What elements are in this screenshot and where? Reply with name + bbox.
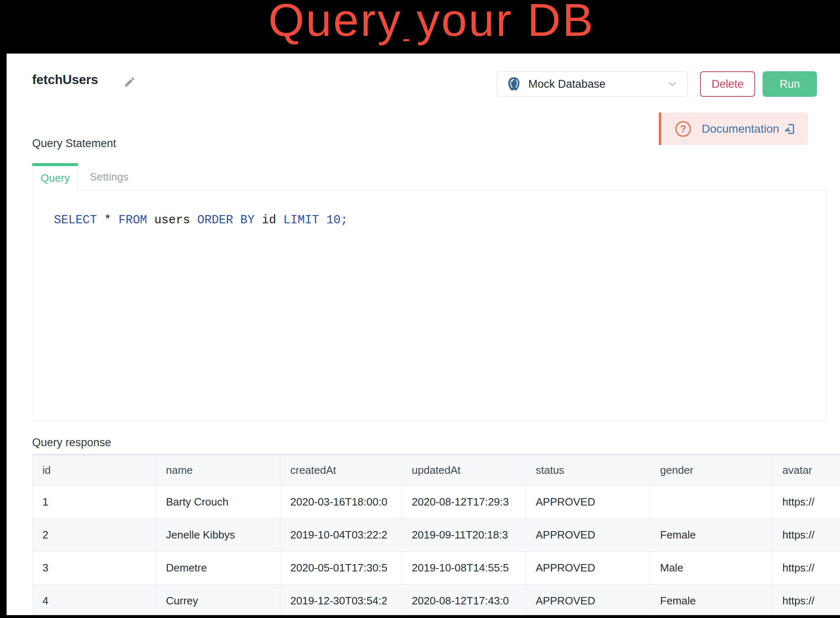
table-cell: 1 [33, 486, 156, 519]
table-cell: APPROVED [526, 552, 650, 585]
table-cell: Male [650, 552, 772, 585]
tab-query[interactable]: Query [32, 163, 78, 190]
documentation-link[interactable]: ? Documentation [661, 112, 808, 145]
chevron-down-icon [667, 78, 678, 90]
table-row: 1 Barty Crouch 2020-03-16T18:00:0 2020-0… [33, 486, 840, 519]
query-response-table: id name createdAt updatedAt status gende… [32, 454, 840, 615]
top-banner: Query your DB [0, 0, 840, 54]
pencil-icon [124, 76, 136, 88]
sql-token: * [97, 213, 118, 227]
table-cell: 3 [33, 552, 156, 585]
tab-settings[interactable]: Settings [78, 163, 138, 190]
table-cell: APPROVED [526, 519, 650, 552]
table-cell: Barty Crouch [156, 486, 280, 519]
delete-button[interactable]: Delete [700, 71, 755, 97]
postgresql-icon [506, 76, 522, 92]
table-cell [650, 486, 772, 519]
help-glyph: ? [680, 123, 686, 135]
database-selector-value: Mock Database [528, 78, 667, 91]
database-selector[interactable]: Mock Database [497, 71, 688, 97]
table-row: 2 Jenelle Kibbys 2019-10-04T03:22:2 2019… [33, 519, 840, 552]
sql-token: id [254, 213, 283, 227]
sql-token [319, 213, 326, 227]
app-root: Query your DB fetchUsers Mock Database D… [0, 0, 840, 618]
sql-token: SELECT [54, 213, 97, 227]
header-cell-id: id [33, 455, 156, 486]
table-row: 4 Currey 2019-12-30T03:54:2 2020-08-12T1… [33, 585, 840, 616]
query-response-label: Query response [32, 436, 111, 449]
table-cell: https:// [772, 552, 840, 585]
header-cell-avatar: avatar [772, 455, 840, 486]
table-cell: https:// [772, 519, 840, 552]
edit-name-button[interactable] [124, 76, 136, 88]
documentation-label: Documentation [702, 122, 779, 136]
table-cell: 2020-08-12T17:43:0 [402, 585, 526, 616]
query-statement-label: Query Statement [32, 137, 116, 150]
table-cell: https:// [772, 486, 840, 519]
table-cell: https:// [772, 585, 840, 616]
page-title: Query your DB [12, 0, 840, 45]
header-cell-name: name [156, 455, 280, 486]
table-cell: Currey [156, 585, 280, 616]
header-cell-createdAt: createdAt [280, 455, 402, 486]
sql-editor[interactable]: SELECT * FROM users ORDER BY id LIMIT 10… [32, 190, 827, 421]
help-icon: ? [675, 121, 691, 137]
table-cell: 2019-12-30T03:54:2 [280, 585, 402, 616]
sql-token: users [147, 213, 197, 227]
results-table: id name createdAt updatedAt status gende… [32, 454, 840, 615]
table-cell: 2 [33, 519, 156, 552]
sql-token: 10; [326, 213, 348, 227]
sql-token: LIMIT [283, 213, 319, 227]
table-cell: Demetre [156, 552, 280, 585]
query-panel: fetchUsers Mock Database Delete Run ? [7, 54, 840, 615]
table-header-row: id name createdAt updatedAt status gende… [33, 455, 840, 486]
table-cell: 2019-10-04T03:22:2 [280, 519, 402, 552]
query-name: fetchUsers [32, 72, 98, 88]
header-cell-gender: gender [650, 455, 772, 486]
table-cell: 2019-09-11T20:18:3 [402, 519, 526, 552]
cursor-artifact [403, 39, 409, 41]
external-doc-icon [783, 123, 796, 135]
table-row: 3 Demetre 2020-05-01T17:30:5 2019-10-08T… [33, 552, 840, 585]
table-cell: Female [650, 519, 772, 552]
table-cell: 2019-10-08T14:55:5 [402, 552, 526, 585]
table-cell: 2020-05-01T17:30:5 [280, 552, 402, 585]
table-cell: APPROVED [526, 486, 650, 519]
sql-token: FROM [119, 213, 147, 227]
header-cell-status: status [526, 455, 650, 486]
table-cell: 2020-03-16T18:00:0 [280, 486, 402, 519]
table-cell: Jenelle Kibbys [156, 519, 280, 552]
table-cell: 2020-08-12T17:29:3 [402, 486, 526, 519]
sql-token: ORDER BY [197, 213, 254, 227]
table-cell: APPROVED [526, 585, 650, 616]
table-cell: Female [650, 585, 772, 616]
run-button[interactable]: Run [763, 71, 817, 97]
table-cell: 4 [33, 585, 156, 616]
sql-statement: SELECT * FROM users ORDER BY id LIMIT 10… [54, 213, 348, 228]
header-cell-updatedAt: updatedAt [402, 455, 526, 486]
